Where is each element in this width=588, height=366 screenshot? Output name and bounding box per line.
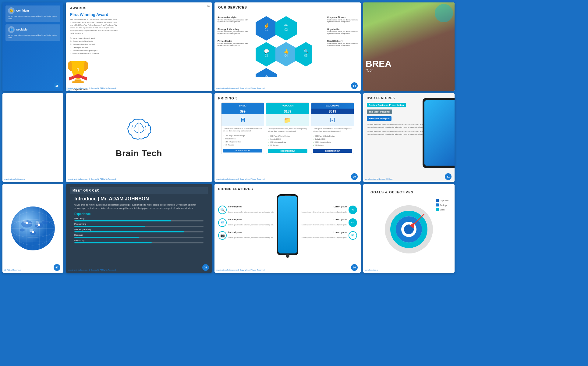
feature-item: ✓10 Revision bbox=[223, 144, 262, 146]
svg-text:🔍: 🔍 bbox=[303, 49, 309, 54]
exclusive-btn[interactable]: REGISTER NOW bbox=[313, 149, 352, 153]
exclusive-icon: ☑ bbox=[311, 114, 354, 126]
feature-item: ✓Included CSS bbox=[223, 138, 262, 140]
list-item: C. Nam condimentum nisl sed bbox=[70, 43, 208, 46]
sociable-text: Lorem ipsum dolor amet.com saetuAdisplci… bbox=[8, 34, 58, 39]
ipad-tag-3: Business Weapon bbox=[367, 116, 391, 121]
globe-container bbox=[2, 184, 63, 273]
phone-feature-3: 📷 Lorem Ipsum Lorem ipsum dolor sit amet… bbox=[218, 231, 274, 240]
main-grid: 😊 Confident Lorem ipsum dolor amet.com s… bbox=[0, 0, 588, 366]
slide-number-29: 29 bbox=[351, 173, 358, 180]
teal-overlay bbox=[435, 4, 453, 22]
exclusive-body: Lorem ipsum dolor sit amet, consectetuer… bbox=[311, 126, 354, 134]
basic-features: ✓100 Page Website Design ✓Included CSS ✓… bbox=[221, 134, 264, 148]
list-item: B. Donec iaculis fringilla nisi bbox=[70, 40, 208, 43]
svg-rect-1 bbox=[72, 81, 84, 83]
slide-pricing: PRICING 3 BASIC $99 🖥 Lorem ipsum dolor … bbox=[214, 93, 361, 182]
brain-icon bbox=[127, 117, 151, 145]
svg-text:💬: 💬 bbox=[264, 49, 269, 54]
ipad-tags: Genius Business Presentation The Most Po… bbox=[367, 102, 416, 122]
feature-icon-gem: 💎 bbox=[218, 218, 227, 227]
brain-svg bbox=[127, 117, 151, 141]
award-list: A. Lorem ipsum dolor sit amet, B. Donec … bbox=[70, 37, 208, 55]
list-item: A. Lorem ipsum dolor sit amet, bbox=[70, 37, 208, 40]
sociable-title: Sociable bbox=[16, 28, 27, 31]
phone-screen bbox=[278, 196, 297, 253]
popular-header: POPULAR bbox=[266, 103, 309, 109]
basic-price: $99 bbox=[221, 109, 264, 114]
basic-icon: 🖥 bbox=[221, 114, 264, 126]
ipad-device bbox=[423, 98, 455, 168]
ceo-title: MEET OUR CEO bbox=[70, 187, 208, 194]
svg-text:04: 04 bbox=[284, 54, 288, 57]
list-item: F. Versions from the 1914 rackham bbox=[70, 52, 208, 55]
slide-number-14: 14 bbox=[351, 82, 358, 89]
popular-price: $159 bbox=[266, 109, 309, 114]
svg-text:01: 01 bbox=[264, 28, 268, 31]
phone-feature-2: 💎 Lorem Ipsum Lorem ipsum dolor sit amet… bbox=[218, 218, 274, 227]
service-finance: Corporate Finance On the other hand, we … bbox=[327, 16, 358, 23]
feature-item: ✓100 Page Website Design bbox=[223, 135, 262, 137]
svg-text:05: 05 bbox=[304, 54, 308, 57]
phone-right: ☀ Lorem Ipsum Lorem ipsum dolor sit amet… bbox=[301, 206, 357, 244]
services-right: Corporate Finance On the other hand, we … bbox=[327, 16, 358, 46]
popular-features: ✓100 Page Website Design ✓Included CSS ✓… bbox=[266, 134, 309, 148]
svg-rect-51 bbox=[30, 229, 32, 231]
phone-footer: www.braintechslides.com @ Copyright. All… bbox=[216, 269, 265, 271]
feature-item: ✓10 Revision bbox=[313, 144, 352, 146]
confident-text: Lorem ipsum dolor amet.com saetuAdisplci… bbox=[8, 15, 58, 20]
phone-speaker bbox=[285, 195, 291, 196]
hex-grid: 01 ☝ 02 ✏ 03 💬 04 👍 05 🔍 bbox=[251, 13, 312, 78]
pricing-popular: POPULAR $159 📁 Lorem ipsum dolor sit ame… bbox=[266, 102, 309, 154]
partial-bg: BREA "Cof bbox=[363, 2, 455, 91]
sociable-card: 👥 Sociable Lorem ipsum dolor amet.com sa… bbox=[5, 24, 60, 41]
skill-programming: Programming bbox=[74, 223, 204, 227]
phone-left: 🔍 Lorem Ipsum Lorem ipsum dolor sit amet… bbox=[218, 206, 274, 244]
ceo-footer: www.braintechslides.com @ Copyright. All… bbox=[68, 269, 116, 271]
goals-content: GOALS & OBJECTIVES Objectives bbox=[367, 187, 451, 266]
popular-icon: 📁 bbox=[266, 114, 309, 126]
phone-feature-1: 🔍 Lorem Ipsum Lorem ipsum dolor sit amet… bbox=[218, 206, 274, 214]
svg-rect-50 bbox=[36, 222, 38, 224]
phone-feature-5: ✏ Lorem Ipsum Lorem ipsum dolor sit amet… bbox=[301, 218, 357, 227]
skill-database: Database bbox=[74, 234, 204, 238]
ipad-tag-2: The Most Powerful bbox=[367, 109, 392, 114]
pricing-footer: www.braintechslides.com @ Copyright. All… bbox=[216, 178, 265, 180]
popular-btn[interactable]: REGISTER NOW bbox=[268, 149, 307, 153]
exclusive-features: ✓100 Page Website Design ✓Included CSS ✓… bbox=[311, 134, 354, 148]
ipad-tag-1: Genius Business Presentation bbox=[367, 103, 406, 107]
basic-header: BASIC bbox=[221, 103, 264, 109]
slide-services: OUR SERVICES Advanced Analytic On the ot… bbox=[214, 2, 361, 91]
basic-body: Lorem ipsum dolor sit amet, consectetuer… bbox=[221, 126, 264, 134]
slide-braintech: Brain Tech www.braintechslides.com @ Cop… bbox=[66, 93, 212, 182]
slide-awards: 26 AWARDS First Winning Award The standa… bbox=[66, 2, 212, 91]
pricing-basic: BASIC $99 🖥 Lorem ipsum dolor sit amet, … bbox=[221, 102, 264, 154]
phone-home-btn bbox=[286, 254, 289, 258]
empty-footer: www.braintechslides.com bbox=[4, 178, 25, 180]
slide-ceo: MEET OUR CEO Introduce | Mr. ADAM JOHNSO… bbox=[66, 184, 212, 273]
service-delivery: Result Delivery On the other hand, we de… bbox=[327, 40, 358, 46]
feature-icon-pencil: ✏ bbox=[349, 218, 357, 227]
service-marketing: Strategy & Marketing On the other hand, … bbox=[218, 28, 248, 34]
experience-title: Experience bbox=[74, 212, 204, 216]
svg-point-43 bbox=[42, 220, 48, 224]
list-item: E. Vestibulum ullamcorper augue bbox=[70, 49, 208, 52]
skill-networking: Networking bbox=[74, 239, 204, 243]
hex-svg: 01 ☝ 02 ✏ 03 💬 04 👍 05 🔍 bbox=[251, 13, 312, 77]
slide-number-47: 47 bbox=[54, 264, 60, 271]
slide-confident: 😊 Confident Lorem ipsum dolor amet.com s… bbox=[2, 2, 63, 91]
goals-title: GOALS & OBJECTIVES bbox=[370, 190, 447, 194]
feature-icon-search: 🔍 bbox=[218, 206, 227, 214]
trophy-area: 1 bbox=[66, 59, 212, 88]
skill-webdesign: Web Design bbox=[74, 217, 204, 221]
phone-title: PHONE FEATURES bbox=[218, 187, 357, 191]
services-content: OUR SERVICES Advanced Analytic On the ot… bbox=[214, 2, 361, 14]
globe-svg bbox=[5, 201, 60, 256]
exclusive-header: EXCLUSIVE bbox=[311, 103, 354, 109]
svg-marker-5 bbox=[81, 76, 87, 81]
feature-item: ✓100 Page Website Design bbox=[313, 135, 352, 137]
slide-partial: BREA "Cof bbox=[363, 2, 455, 91]
phone-layout: 🔍 Lorem Ipsum Lorem ipsum dolor sit amet… bbox=[218, 193, 357, 257]
list-item: D. Ut fringilla orci eos bbox=[70, 46, 208, 49]
basic-btn[interactable]: REGISTER NOW bbox=[223, 149, 262, 152]
